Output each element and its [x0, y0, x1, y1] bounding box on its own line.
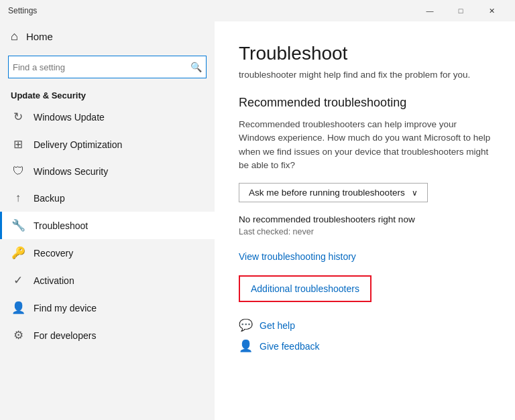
for-developers-icon: ⚙	[11, 328, 25, 342]
sidebar-item-label-windows-update: Windows Update	[34, 112, 105, 123]
sidebar-item-label-backup: Backup	[34, 193, 65, 204]
sidebar-item-label-recovery: Recovery	[34, 248, 73, 259]
get-help-icon: 💬	[239, 318, 253, 332]
maximize-button[interactable]: □	[445, 0, 476, 21]
sidebar-item-find-my-device[interactable]: 👤Find my device	[0, 294, 215, 322]
search-icon: 🔍	[190, 62, 202, 72]
sidebar-item-troubleshoot[interactable]: 🔧Troubleshoot	[0, 212, 215, 239]
sidebar-item-delivery-optimization[interactable]: ⊞Delivery Optimization	[0, 131, 215, 158]
sidebar-section-label: Update & Security	[0, 85, 215, 103]
sidebar-item-label-find-my-device: Find my device	[34, 303, 97, 313]
sidebar-item-backup[interactable]: ↑Backup	[0, 185, 215, 212]
sidebar-item-label-windows-security: Windows Security	[34, 166, 108, 177]
minimize-button[interactable]: —	[414, 0, 445, 21]
sidebar-item-activation[interactable]: ✓Activation	[0, 267, 215, 294]
give-feedback-row: 👤 Give feedback	[239, 339, 491, 353]
recommended-description: Recommended troubleshooters can help imp…	[239, 118, 491, 172]
view-history-link[interactable]: View troubleshooting history	[239, 251, 491, 262]
windows-update-icon: ↻	[11, 110, 25, 124]
sidebar-item-recovery[interactable]: 🔑Recovery	[0, 239, 215, 267]
get-help-link[interactable]: Get help	[260, 320, 295, 331]
find-my-device-icon: 👤	[11, 301, 25, 315]
no-troubleshooters-text: No recommended troubleshooters right now	[239, 214, 491, 224]
home-icon: ⌂	[11, 29, 18, 44]
recovery-icon: 🔑	[11, 246, 25, 260]
sidebar-item-label-activation: Activation	[34, 275, 74, 286]
additional-troubleshooters-box: Additional troubleshooters	[239, 275, 371, 302]
close-button[interactable]: ✕	[476, 0, 507, 21]
give-feedback-link[interactable]: Give feedback	[260, 341, 320, 352]
sidebar-item-label-troubleshoot: Troubleshoot	[34, 220, 88, 231]
sidebar-item-windows-update[interactable]: ↻Windows Update	[0, 103, 215, 131]
sidebar: ⌂ Home 🔍 Update & Security ↻Windows Upda…	[0, 21, 215, 420]
title-bar: Settings — □ ✕	[0, 0, 515, 21]
dropdown-label: Ask me before running troubleshooters	[249, 188, 405, 198]
get-help-row: 💬 Get help	[239, 318, 491, 332]
delivery-optimization-icon: ⊞	[11, 137, 25, 151]
search-box-container[interactable]: 🔍	[8, 56, 207, 78]
app-body: ⌂ Home 🔍 Update & Security ↻Windows Upda…	[0, 21, 515, 420]
troubleshoot-icon: 🔧	[11, 218, 25, 232]
give-feedback-icon: 👤	[239, 339, 253, 353]
windows-security-icon: 🛡	[11, 165, 25, 178]
sidebar-item-home[interactable]: ⌂ Home	[0, 21, 215, 52]
page-subtitle: troubleshooter might help find and fix t…	[239, 70, 491, 80]
page-title: Troubleshoot	[239, 43, 491, 64]
last-checked-text: Last checked: never	[239, 227, 491, 236]
sidebar-item-label-delivery-optimization: Delivery Optimization	[34, 139, 122, 150]
backup-icon: ↑	[11, 192, 25, 205]
sidebar-item-for-developers[interactable]: ⚙For developers	[0, 322, 215, 349]
recommended-heading: Recommended troubleshooting	[239, 96, 491, 110]
additional-troubleshooters-link[interactable]: Additional troubleshooters	[251, 283, 359, 294]
main-content: Troubleshoot troubleshooter might help f…	[215, 21, 515, 420]
sidebar-item-windows-security[interactable]: 🛡Windows Security	[0, 158, 215, 185]
sidebar-item-label-for-developers: For developers	[34, 330, 96, 341]
search-box-wrap: 🔍	[0, 52, 215, 85]
home-label: Home	[26, 31, 53, 42]
troubleshooter-dropdown[interactable]: Ask me before running troubleshooters ∨	[239, 183, 428, 202]
search-input[interactable]	[13, 62, 190, 72]
window-controls: — □ ✕	[414, 0, 507, 21]
sidebar-items: ↻Windows Update⊞Delivery Optimization🛡Wi…	[0, 103, 215, 349]
chevron-down-icon: ∨	[412, 188, 418, 198]
activation-icon: ✓	[11, 273, 25, 287]
app-title: Settings	[8, 6, 37, 15]
